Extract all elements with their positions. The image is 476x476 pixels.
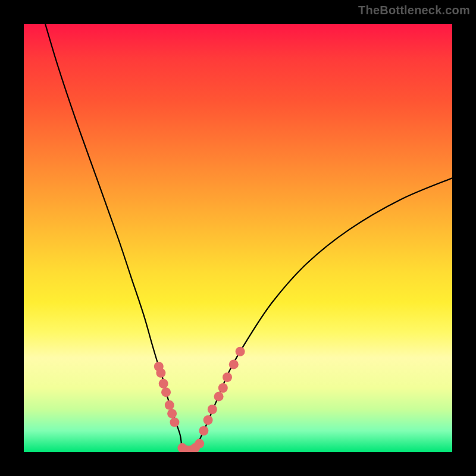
data-marker bbox=[199, 426, 208, 436]
plot-area bbox=[24, 24, 452, 452]
data-marker bbox=[214, 392, 224, 401]
data-marker bbox=[236, 347, 245, 356]
data-marker bbox=[195, 439, 204, 449]
bottleneck-curve-line bbox=[45, 24, 452, 450]
data-marker bbox=[170, 418, 179, 427]
data-marker bbox=[223, 372, 232, 382]
data-marker bbox=[218, 383, 228, 393]
data-marker bbox=[208, 405, 217, 414]
data-marker bbox=[229, 359, 239, 369]
data-marker bbox=[156, 368, 165, 378]
curve-svg bbox=[24, 24, 452, 452]
data-marker bbox=[167, 409, 177, 418]
data-marker bbox=[161, 387, 171, 397]
data-marker bbox=[165, 400, 174, 410]
data-marker bbox=[159, 379, 168, 389]
chart-container: TheBottleneck.com bbox=[0, 0, 476, 476]
watermark-text: TheBottleneck.com bbox=[358, 4, 470, 17]
data-marker bbox=[203, 415, 213, 425]
